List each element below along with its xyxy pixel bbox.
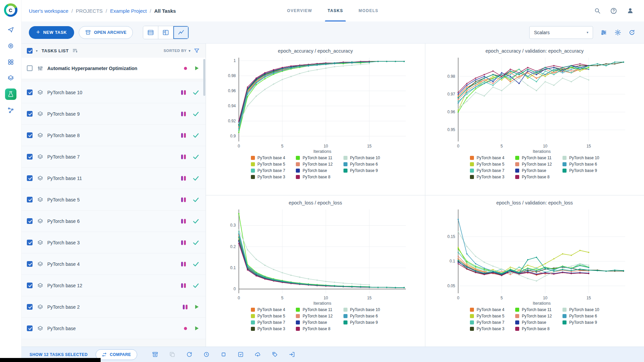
task-checkbox[interactable] [27, 154, 33, 160]
legend-item[interactable]: PyTorch base 8 [515, 175, 552, 179]
history-icon[interactable] [203, 351, 210, 358]
legend-item[interactable]: PyTorch base 6 [562, 162, 599, 167]
task-row[interactable]: PyTorch base 9 [21, 103, 206, 125]
task-checkbox[interactable] [27, 111, 33, 117]
legend-item[interactable]: PyTorch base 11 [296, 307, 332, 312]
task-checkbox[interactable] [27, 197, 33, 202]
legend-item[interactable]: PyTorch base [296, 320, 332, 325]
legend-item[interactable]: PyTorch base 12 [515, 162, 552, 167]
legend-item[interactable]: PyTorch base 5 [470, 162, 504, 167]
task-checkbox[interactable] [27, 261, 33, 267]
task-row[interactable]: PyTorch base 5 [21, 189, 206, 210]
tab-overview[interactable]: OVERVIEW [287, 0, 312, 21]
task-row[interactable]: PyTorch base 12 [21, 275, 206, 296]
task-row[interactable]: PyTorch base 2 [21, 296, 206, 318]
filter-icon[interactable] [194, 48, 200, 54]
selected-tasks-text[interactable]: SHOW 12 TASKS SELECTED [30, 352, 88, 357]
auto-refresh-icon[interactable] [629, 29, 635, 36]
search-icon[interactable] [594, 7, 601, 14]
legend-item[interactable]: PyTorch base 11 [296, 156, 332, 160]
legend-item[interactable]: PyTorch base 8 [515, 326, 552, 331]
breadcrumb-projects[interactable]: PROJECTS [76, 8, 103, 14]
breadcrumb-workspace[interactable]: User's workspace [29, 8, 68, 14]
task-row[interactable]: PyTorch base 3 [21, 232, 206, 253]
legend-item[interactable]: PyTorch base 5 [470, 314, 504, 318]
legend-item[interactable]: PyTorch base 5 [251, 162, 285, 167]
metric-variant-select[interactable]: Scalars ▾ [529, 26, 593, 39]
chart-plot[interactable]: 0.050.10.15051015Iterations [437, 206, 632, 307]
rail-item-reports-icon[interactable] [5, 56, 16, 68]
new-task-button[interactable]: + NEW TASK [29, 26, 74, 39]
legend-item[interactable]: PyTorch base 5 [251, 314, 285, 318]
archive-icon[interactable] [152, 351, 158, 358]
legend-item[interactable]: PyTorch base 11 [515, 307, 552, 312]
chart-plot[interactable]: 00.10.20.3051015Iterations [218, 206, 413, 307]
task-row[interactable]: PyTorch base 10 [21, 82, 206, 103]
rail-item-pipelines-icon[interactable] [5, 105, 16, 116]
clearml-logo[interactable]: C [4, 3, 17, 17]
legend-item[interactable]: PyTorch base 3 [470, 326, 504, 331]
open-archive-button[interactable]: OPEN ARCHIVE [79, 26, 133, 39]
rail-item-experiments-icon[interactable] [5, 88, 16, 100]
legend-item[interactable]: PyTorch base 4 [251, 307, 285, 312]
legend-item[interactable]: PyTorch base 8 [296, 326, 332, 331]
select-all-caret-icon[interactable]: ▾ [36, 49, 38, 53]
task-row[interactable]: PyTorch base 4 [21, 253, 206, 275]
scrollbar-thumb[interactable] [203, 59, 205, 96]
legend-item[interactable]: PyTorch base 4 [470, 156, 504, 160]
task-row[interactable]: Automatic Hyperparameter Optimization [21, 58, 206, 79]
rail-item-dashboard-icon[interactable] [5, 24, 16, 36]
compare-button[interactable]: COMPARE [96, 349, 137, 360]
chart-plot[interactable]: 0.90.920.940.960.981051015Iterations [218, 54, 413, 155]
legend-item[interactable]: PyTorch base 12 [296, 314, 332, 318]
list-settings-icon[interactable] [72, 48, 78, 54]
legend-item[interactable]: PyTorch base [515, 168, 552, 173]
task-checkbox[interactable] [27, 283, 33, 288]
publish-icon[interactable] [255, 351, 261, 358]
task-row[interactable]: PyTorch base 7 [21, 146, 206, 168]
move-to-icon[interactable] [289, 351, 295, 358]
avatar[interactable] [627, 7, 634, 14]
legend-item[interactable]: PyTorch base 10 [343, 307, 380, 312]
rail-item-projects-icon[interactable] [5, 72, 16, 84]
help-icon[interactable] [610, 7, 617, 14]
legend-item[interactable]: PyTorch base 10 [562, 307, 599, 312]
task-checkbox[interactable] [27, 89, 33, 95]
rail-item-datasets-icon[interactable] [5, 40, 16, 52]
legend-item[interactable]: PyTorch base 4 [251, 156, 285, 160]
task-row[interactable]: PyTorch base 11 [21, 168, 206, 189]
table-view-icon[interactable] [143, 26, 158, 39]
legend-item[interactable]: PyTorch base 9 [343, 320, 380, 325]
task-checkbox[interactable] [27, 175, 33, 181]
legend-item[interactable]: PyTorch base 9 [562, 320, 599, 325]
chart-view-icon[interactable] [173, 26, 189, 39]
tab-models[interactable]: MODELS [359, 0, 378, 21]
legend-item[interactable]: PyTorch base 3 [470, 175, 504, 179]
task-checkbox[interactable] [27, 218, 33, 224]
complete-icon[interactable] [237, 351, 244, 358]
retry-icon[interactable] [186, 351, 193, 358]
legend-item[interactable]: PyTorch base 12 [296, 162, 332, 167]
legend-item[interactable]: PyTorch base 4 [470, 307, 504, 312]
legend-item[interactable]: PyTorch base 8 [296, 175, 332, 179]
split-view-icon[interactable] [158, 26, 173, 39]
legend-item[interactable]: PyTorch base 6 [562, 314, 599, 318]
legend-item[interactable]: PyTorch base 3 [251, 326, 285, 331]
legend-item[interactable]: PyTorch base 3 [251, 175, 285, 179]
task-checkbox[interactable] [27, 325, 33, 331]
task-checkbox[interactable] [27, 65, 33, 71]
task-checkbox[interactable] [27, 132, 33, 138]
sorted-by-button[interactable]: SORTED BY ▾ [164, 49, 191, 53]
legend-item[interactable]: PyTorch base 9 [562, 168, 599, 173]
chart-plot[interactable]: 0.950.960.970.98051015Iterations [437, 54, 632, 155]
legend-item[interactable]: PyTorch base 10 [562, 156, 599, 160]
legend-item[interactable]: PyTorch base [515, 320, 552, 325]
tag-icon[interactable] [272, 351, 278, 358]
legend-item[interactable]: PyTorch base 9 [343, 168, 380, 173]
breadcrumb-project-name[interactable]: Example Project [110, 8, 147, 14]
task-row[interactable]: PyTorch base [21, 318, 206, 339]
task-row[interactable]: PyTorch base 6 [21, 210, 206, 232]
legend-item[interactable]: PyTorch base 7 [251, 320, 285, 325]
gear-icon[interactable] [614, 29, 621, 36]
legend-item[interactable]: PyTorch base 7 [251, 168, 285, 173]
